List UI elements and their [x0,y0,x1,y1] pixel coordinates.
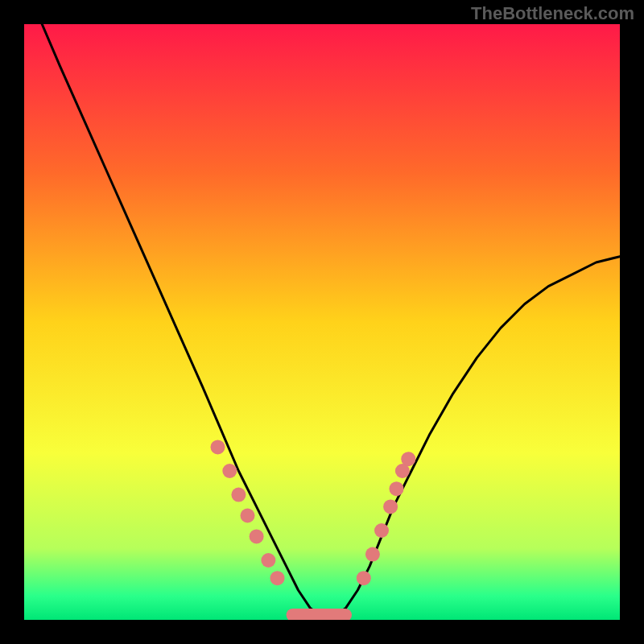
watermark-text: TheBottleneck.com [471,3,634,24]
point-data-points-left-5 [261,553,275,568]
point-data-points-left-2 [231,488,246,502]
point-data-points-right-6 [401,452,415,466]
point-data-points-left-1 [222,464,237,478]
point-data-points-left-0 [211,440,225,454]
point-data-points-right-4 [390,481,404,496]
bottom-band [287,609,352,621]
plot-background [24,24,620,620]
point-data-points-left-3 [241,509,255,523]
point-data-points-right-2 [374,523,389,538]
point-data-points-right-1 [365,547,380,562]
point-data-points-right-3 [383,499,398,514]
point-data-points-right-0 [357,571,371,585]
point-data-points-left-6 [270,571,285,585]
bottleneck-chart: TheBottleneck.com [0,0,644,644]
chart-svg [0,0,644,644]
point-data-points-left-4 [250,529,264,543]
